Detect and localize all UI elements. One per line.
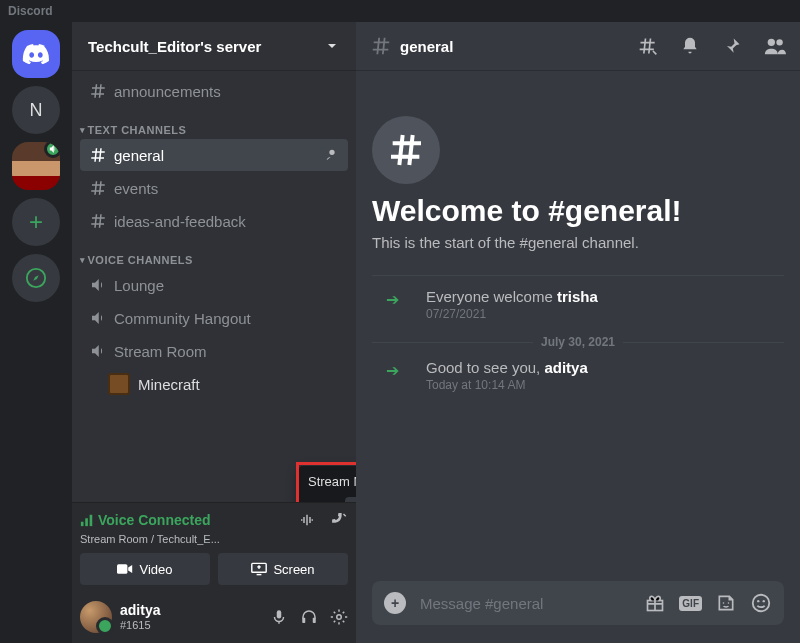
bell-icon xyxy=(680,36,700,56)
settings-button[interactable] xyxy=(330,608,348,626)
divider xyxy=(372,275,784,276)
svg-point-16 xyxy=(753,595,770,612)
svg-point-12 xyxy=(776,39,782,45)
plus-icon: + xyxy=(391,595,399,611)
discord-logo-icon xyxy=(22,44,50,64)
deafen-button[interactable] xyxy=(300,608,318,626)
voice-status: Voice Connected xyxy=(80,512,211,528)
speaker-icon xyxy=(88,342,108,360)
attach-button[interactable]: + xyxy=(384,592,406,614)
stream-popover: Stream Minecraft xyxy=(298,466,356,502)
gif-button[interactable]: GIF xyxy=(679,596,702,611)
video-icon xyxy=(117,563,133,575)
speaking-badge-icon xyxy=(44,142,60,158)
hash-icon xyxy=(386,130,426,170)
svg-rect-3 xyxy=(85,518,88,526)
timestamp: Today at 10:14 AM xyxy=(426,378,588,392)
stream-popover-title: Stream Minecraft xyxy=(308,474,356,489)
voice-channel-lounge[interactable]: Lounge xyxy=(80,269,348,301)
svg-point-17 xyxy=(757,600,759,602)
svg-point-10 xyxy=(337,615,342,620)
message-input[interactable] xyxy=(420,595,631,612)
hash-icon xyxy=(88,179,108,197)
welcome-title: Welcome to #general! xyxy=(372,194,784,228)
category-text-channels[interactable]: ▾ TEXT CHANNELS xyxy=(72,108,356,138)
stream-game-button[interactable] xyxy=(345,497,356,502)
svg-rect-7 xyxy=(277,610,282,618)
create-invite-icon[interactable] xyxy=(324,147,340,163)
pin-icon xyxy=(722,36,742,56)
hash-icon xyxy=(88,146,108,164)
signal-icon xyxy=(80,513,94,527)
chevron-down-icon: ▾ xyxy=(80,255,86,265)
home-button[interactable] xyxy=(12,30,60,78)
system-message: ➔ Good to see you, aditya Today at 10:14… xyxy=(372,355,784,400)
disconnect-button[interactable] xyxy=(330,511,348,529)
app-title: Discord xyxy=(8,4,53,18)
noise-suppression-button[interactable] xyxy=(298,511,316,529)
members-button[interactable] xyxy=(764,36,786,56)
gear-icon xyxy=(330,608,348,626)
explore-button[interactable] xyxy=(12,254,60,302)
hash-icon xyxy=(88,212,108,230)
threads-icon xyxy=(638,36,658,56)
emoji-button[interactable] xyxy=(750,592,772,614)
screen-share-button[interactable]: Screen xyxy=(218,553,348,585)
plus-icon: + xyxy=(29,208,43,236)
gift-button[interactable] xyxy=(645,593,665,613)
svg-rect-9 xyxy=(313,618,316,623)
user-avatar[interactable] xyxy=(80,601,112,633)
voice-user-minecraft[interactable]: Minecraft xyxy=(80,368,348,400)
mention-user[interactable]: trisha xyxy=(557,288,598,305)
hash-icon xyxy=(88,82,108,100)
pinned-button[interactable] xyxy=(722,36,742,56)
svg-point-11 xyxy=(768,39,775,46)
voice-channel-subtitle: Stream Room / Techcult_E... xyxy=(80,533,348,545)
screen-icon xyxy=(251,562,267,576)
channel-general[interactable]: general xyxy=(80,139,348,171)
hash-icon xyxy=(370,35,392,57)
message-list: Welcome to #general! This is the start o… xyxy=(356,70,800,581)
svg-rect-5 xyxy=(117,564,127,574)
add-server-button[interactable]: + xyxy=(12,198,60,246)
notifications-button[interactable] xyxy=(680,36,700,56)
svg-rect-2 xyxy=(81,522,84,526)
welcome-block: Welcome to #general! This is the start o… xyxy=(372,116,784,267)
user-info[interactable]: aditya #1615 xyxy=(120,603,262,630)
user-panel: aditya #1615 xyxy=(72,591,356,643)
channel-ideas-and-feedback[interactable]: ideas-and-feedback xyxy=(80,205,348,237)
members-icon xyxy=(764,36,786,56)
system-message: ➔ Everyone welcome trisha 07/27/2021 xyxy=(372,284,784,329)
category-voice-channels[interactable]: ▾ VOICE CHANNELS xyxy=(72,238,356,268)
voice-channel-community-hangout[interactable]: Community Hangout xyxy=(80,302,348,334)
server-header[interactable]: Techcult_Editor's server xyxy=(72,22,356,70)
compass-icon xyxy=(25,267,47,289)
channel-title: general xyxy=(400,38,638,55)
svg-point-18 xyxy=(763,600,765,602)
window-title-bar: Discord xyxy=(0,0,800,22)
sticker-icon xyxy=(716,593,736,613)
threads-button[interactable] xyxy=(638,36,658,56)
server-item-active[interactable] xyxy=(12,142,60,190)
chat-main: general Welcome to #general! This is the… xyxy=(356,22,800,643)
channel-sidebar: Techcult_Editor's server announcements ▾… xyxy=(72,22,356,643)
server-rail: N + xyxy=(0,22,72,643)
channel-events[interactable]: events xyxy=(80,172,348,204)
channel-announcements[interactable]: announcements xyxy=(80,75,348,107)
sticker-button[interactable] xyxy=(716,593,736,613)
svg-rect-4 xyxy=(90,515,93,526)
headphones-icon xyxy=(300,608,318,626)
voice-channel-stream-room[interactable]: Stream Room xyxy=(80,335,348,367)
microphone-icon xyxy=(270,608,288,626)
mute-button[interactable] xyxy=(270,608,288,626)
chat-header: general xyxy=(356,22,800,70)
video-button[interactable]: Video xyxy=(80,553,210,585)
minecraft-icon xyxy=(108,373,130,395)
message-composer: + GIF xyxy=(356,581,800,643)
mention-user[interactable]: aditya xyxy=(544,359,587,376)
svg-rect-8 xyxy=(302,618,305,623)
server-item-n[interactable]: N xyxy=(12,86,60,134)
channel-list: announcements ▾ TEXT CHANNELS general ev… xyxy=(72,70,356,502)
server-name: Techcult_Editor's server xyxy=(88,38,261,55)
welcome-subtitle: This is the start of the #general channe… xyxy=(372,234,784,251)
